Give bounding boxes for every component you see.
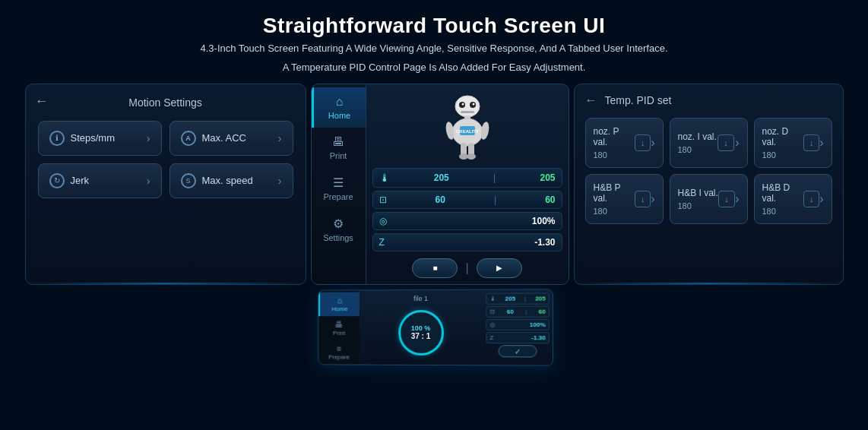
page-subtitle-1: 4.3-Inch Touch Screen Featuring A Wide V… (0, 41, 868, 57)
prepare-icon: ☰ (333, 175, 344, 190)
max-acc-label: Max. ACC (202, 132, 247, 144)
thumb-prepare-icon: ≡ (337, 343, 341, 353)
noz-p-value: 180 (594, 150, 635, 160)
hb-i-label: H&B I val. (678, 188, 718, 198)
steps-mm-button[interactable]: ℹ Steps/mm › (38, 121, 162, 156)
play-icon: ▶ (496, 264, 502, 272)
motion-settings-panel: ← Motion Settings ℹ Steps/mm › A Max. AC… (25, 84, 306, 285)
thumb-nav-print[interactable]: 🖶 Print (318, 316, 360, 340)
nozzle-temp-actual: 205 (540, 172, 555, 183)
thumb-nav: ⌂ Home 🖶 Print ≡ Prepare ⚙ Settings (318, 290, 360, 364)
nav-prepare-label: Prepare (323, 192, 353, 201)
steps-icon: ℹ (49, 131, 65, 146)
jerk-chevron: › (147, 175, 150, 187)
progress-circle: 100 % 37 : 1 (398, 309, 444, 355)
fan-speed-row: ◎ 100% (372, 212, 562, 230)
bed-temp-actual: 60 (545, 194, 555, 205)
jerk-label: Jerk (71, 175, 90, 186)
print-icon: 🖶 (332, 135, 344, 149)
noz-i-label: noz. I val. (678, 131, 717, 142)
max-acc-icon: A (181, 131, 196, 146)
home-icon: ⌂ (336, 95, 344, 109)
thumb-nav-prepare[interactable]: ≡ Prepare (318, 340, 360, 364)
robot-display: CREALITY (372, 90, 562, 164)
noz-p-button[interactable]: noz. P val. 180 ↓ › (585, 118, 664, 168)
noz-d-button[interactable]: noz. D val. 180 ↓ › (754, 118, 832, 168)
thumb-nozzle-actual: 205 (535, 295, 546, 302)
settings-icon: ⚙ (333, 217, 344, 231)
thumb-fan-icon: ◎ (489, 321, 495, 328)
thumb-nozzle-icon: 🌡 (489, 295, 496, 302)
noz-d-label: noz. D val. (762, 126, 803, 147)
nozzle-temp-icon: 🌡 (379, 172, 390, 184)
hb-d-value: 180 (762, 207, 804, 216)
svg-point-15 (467, 153, 476, 160)
hb-d-chevron: › (819, 192, 823, 206)
play-button[interactable]: ▶ (477, 258, 522, 278)
nozzle-temp-row: 🌡 205 | 205 (372, 168, 562, 188)
back-arrow-left[interactable]: ← (35, 93, 49, 109)
thumb-file-name: file 1 (364, 294, 478, 302)
thumb-print-icon: 🖶 (335, 320, 344, 329)
max-speed-button[interactable]: S Max. speed › (169, 163, 293, 198)
z-offset-row: Z -1.30 (372, 233, 562, 251)
thumb-home-label: Home (332, 305, 348, 312)
stop-button[interactable]: ■ (412, 258, 458, 278)
page-header: Straightforward Touch Screen UI 4.3-Inch… (0, 0, 868, 84)
max-speed-chevron: › (278, 175, 282, 187)
max-acc-chevron: › (278, 132, 282, 144)
thumb-progress-area: 100 % 37 : 1 (364, 304, 478, 359)
noz-i-icon: ↓ (718, 134, 734, 151)
thumb-fan-val: 100% (530, 321, 546, 327)
nav-print[interactable]: 🖶 Print (312, 128, 366, 168)
bed-temp-set: 60 (436, 194, 445, 205)
thumb-z-icon: Z (489, 334, 493, 341)
page-title: Straightforward Touch Screen UI (0, 14, 868, 38)
noz-d-chevron: › (819, 136, 823, 150)
z-offset-val: -1.30 (534, 237, 555, 248)
thumb-prepare-label: Prepare (328, 353, 350, 360)
thumb-confirm-button[interactable]: ✓ (499, 345, 537, 357)
max-acc-button[interactable]: A Max. ACC › (169, 121, 293, 156)
thumb-main-content: file 1 100 % 37 : 1 (360, 289, 483, 365)
thumb-bed-set: 60 (507, 308, 514, 315)
screen-main-content: CREALITY 🌡 205 | 205 (366, 84, 569, 284)
nav-home-label: Home (328, 111, 350, 120)
thumb-nav-settings[interactable]: ⚙ Settings (318, 364, 360, 365)
ctrl-divider: | (465, 261, 468, 275)
max-speed-label: Max. speed (202, 175, 253, 186)
pid-panel-header: ← Temp. PID set (585, 93, 832, 107)
hb-i-icon: ↓ (718, 191, 735, 207)
steps-label: Steps/mm (71, 132, 116, 144)
noz-p-label: noz. P val. (594, 126, 635, 147)
thumb-controls: ✓ (486, 345, 550, 357)
noz-i-chevron: › (735, 136, 739, 150)
back-arrow-right[interactable]: ← (585, 93, 597, 107)
thumb-nav-home[interactable]: ⌂ Home (318, 292, 360, 316)
jerk-button[interactable]: ↻ Jerk › (38, 163, 162, 198)
thumb-bed-row: ⊡ 60 | 60 (486, 305, 550, 317)
progress-time: 37 : 1 (411, 332, 430, 340)
nozzle-temp-set: 205 (434, 172, 449, 183)
main-content: ← Motion Settings ℹ Steps/mm › A Max. AC… (0, 84, 868, 285)
robot-svg: CREALITY (441, 93, 494, 161)
hb-i-button[interactable]: H&B I val. 180 ↓ › (670, 174, 748, 224)
hb-p-chevron: › (651, 192, 654, 206)
nav-prepare[interactable]: ☰ Prepare (312, 168, 366, 209)
nav-home[interactable]: ⌂ Home (312, 87, 366, 128)
noz-i-button[interactable]: noz. I val. 180 ↓ › (670, 118, 748, 168)
svg-rect-5 (461, 111, 474, 113)
bottom-thumbnail-area: ⌂ Home 🖶 Print ≡ Prepare ⚙ Settings file… (0, 289, 868, 365)
thumb-z-val: -1.30 (531, 334, 546, 341)
hb-d-button[interactable]: H&B D val. 180 ↓ › (754, 174, 832, 224)
bed-temp-icon: ⊡ (379, 194, 387, 205)
hb-p-button[interactable]: H&B P val. 180 ↓ › (585, 174, 664, 224)
svg-point-0 (455, 96, 480, 117)
noz-p-chevron: › (651, 136, 654, 150)
thumb-z-row: Z -1.30 (486, 332, 550, 343)
noz-d-icon: ↓ (803, 134, 819, 151)
nav-settings[interactable]: ⚙ Settings (312, 209, 366, 250)
motion-settings-title: Motion Settings (38, 95, 293, 109)
steps-chevron: › (147, 132, 150, 144)
thumb-status-panel: 🌡 205 | 205 ⊡ 60 | 60 ◎ 100% Z -1.30 (483, 289, 553, 365)
